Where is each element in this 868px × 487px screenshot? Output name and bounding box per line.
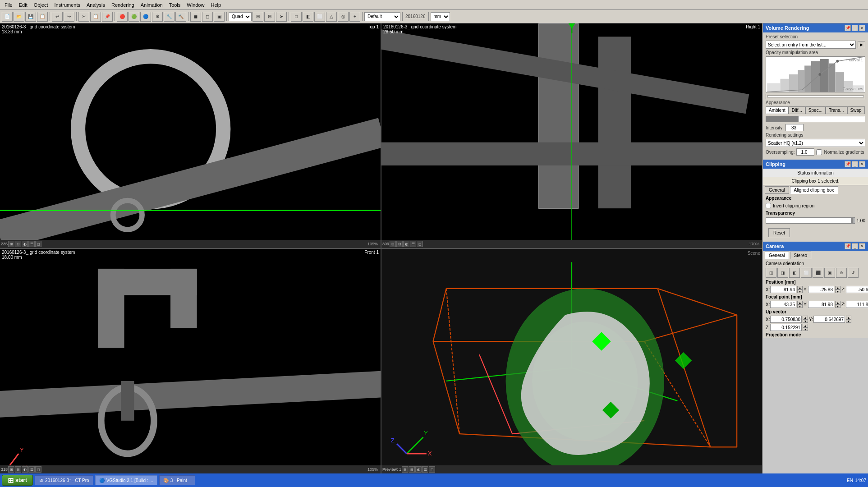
start-button[interactable]: ⊞ start <box>2 475 33 486</box>
preset-select[interactable]: Default <box>364 12 400 21</box>
vr-min-btn[interactable]: _ <box>852 25 858 31</box>
intensity-input[interactable] <box>785 124 804 131</box>
clipping-close-btn[interactable]: × <box>859 161 865 167</box>
vp-tl-btn1[interactable]: ⊞ <box>8 241 14 247</box>
up-z-up[interactable]: ▲ <box>803 324 808 327</box>
tool1-btn[interactable]: 🔴 <box>117 12 128 22</box>
menu-object[interactable]: Object <box>31 1 51 9</box>
focal-z-input[interactable] <box>846 301 868 308</box>
up-z-input[interactable] <box>770 324 802 331</box>
up-z-down[interactable]: ▼ <box>803 327 808 331</box>
camera-tab-stereo[interactable]: Stereo <box>790 252 811 259</box>
copy-btn[interactable]: 📋 <box>90 12 101 22</box>
focal-y-up[interactable]: ▲ <box>835 301 840 304</box>
vp-tr-btn5[interactable]: ◻ <box>417 241 423 247</box>
new-btn[interactable]: 📄 <box>2 12 13 22</box>
menu-rendering[interactable]: Rendering <box>109 1 137 9</box>
save-btn[interactable]: 💾 <box>25 12 36 22</box>
focal-x-down[interactable]: ▼ <box>797 304 803 308</box>
camera-close-btn[interactable]: × <box>859 243 865 249</box>
transparency-slider[interactable] <box>766 217 855 224</box>
cut-btn[interactable]: ✂ <box>78 12 89 22</box>
vp-bl-btn2[interactable]: ⊟ <box>15 466 21 473</box>
vp-tl-btn3[interactable]: ◐ <box>22 241 28 247</box>
menu-window[interactable]: Window <box>184 1 207 9</box>
menu-edit[interactable]: Edit <box>16 1 30 9</box>
vp-br-btn5[interactable]: ◻ <box>429 466 435 473</box>
cam-reset-btn[interactable]: ↺ <box>848 268 859 278</box>
vp-tl-btn2[interactable]: ⊟ <box>15 241 21 247</box>
menu-instruments[interactable]: Instruments <box>52 1 83 9</box>
viewport-bottom-right[interactable]: Scene <box>381 249 762 473</box>
menu-tools[interactable]: Tools <box>166 1 184 9</box>
view5-btn[interactable]: ◎ <box>338 12 349 22</box>
unit-select[interactable]: mm <box>431 12 450 21</box>
position-z-input[interactable] <box>846 286 868 293</box>
clipping-tab-aligned[interactable]: Aligned clipping box <box>790 186 838 194</box>
vr-close-btn[interactable]: × <box>859 25 865 31</box>
vp-bl-btn1[interactable]: ⊞ <box>8 466 14 473</box>
vp-br-btn4[interactable]: ☰ <box>422 466 428 473</box>
up-x-up[interactable]: ▲ <box>803 316 808 319</box>
focal-x-input[interactable] <box>770 301 796 308</box>
vp-tr-btn3[interactable]: ◐ <box>403 241 409 247</box>
clipping-pin-btn[interactable]: 📌 <box>845 161 851 167</box>
vp-tr-btn1[interactable]: ⊞ <box>390 241 396 247</box>
position-x-up[interactable]: ▲ <box>797 286 803 289</box>
up-y-up[interactable]: ▲ <box>846 316 851 319</box>
vp-br-btn2[interactable]: ⊟ <box>409 466 415 473</box>
up-x-input[interactable] <box>770 316 802 323</box>
vp-tr-btn2[interactable]: ⊟ <box>396 241 403 247</box>
tab-spec[interactable]: Spec... <box>805 106 826 114</box>
cam-back-btn[interactable]: ◨ <box>777 268 788 278</box>
viewport-top-left[interactable]: 20160126-3_ grid coordinate system 13.33… <box>0 23 381 248</box>
vp-tr-btn4[interactable]: ☰ <box>410 241 416 247</box>
undo-btn[interactable]: ↩ <box>52 12 63 22</box>
tab-diff[interactable]: Diff... <box>789 106 805 114</box>
layout-btn2[interactable]: ⊟ <box>264 12 275 22</box>
view2-btn[interactable]: ◧ <box>303 12 313 22</box>
tab-swap[interactable]: Swap <box>847 106 865 114</box>
vp-bl-btn5[interactable]: ◻ <box>35 466 41 473</box>
vp-bl-btn3[interactable]: ◐ <box>22 466 28 473</box>
viewport-top-right[interactable]: 20160126-3_ grid coordinate system 28.50… <box>381 23 762 248</box>
cam-front-btn[interactable]: ◫ <box>766 268 776 278</box>
up-y-down[interactable]: ▼ <box>846 319 851 323</box>
layout-btn3[interactable]: ➤ <box>276 12 287 22</box>
menu-file[interactable]: File <box>2 1 15 9</box>
tool6-btn[interactable]: 🔨 <box>175 12 186 22</box>
reset-btn[interactable]: Reset <box>768 228 790 237</box>
position-y-input[interactable] <box>808 286 834 293</box>
layout-select[interactable]: Quad <box>229 12 252 21</box>
camera-min-btn[interactable]: _ <box>852 243 858 249</box>
open-btn[interactable]: 📂 <box>14 12 24 22</box>
view4-btn[interactable]: △ <box>326 12 337 22</box>
viewport-bottom-left[interactable]: 20160126-3_ grid coordinate system 18.00… <box>0 249 381 473</box>
camera-pin-btn[interactable]: 📌 <box>845 243 851 249</box>
save-as-btn[interactable]: 📋 <box>37 12 48 22</box>
menu-animation[interactable]: Animation <box>138 1 165 9</box>
intensity-slider-track[interactable] <box>766 116 865 122</box>
cam-top-btn[interactable]: ⬛ <box>813 268 823 278</box>
clipping-min-btn[interactable]: _ <box>852 161 858 167</box>
vp-tl-btn4[interactable]: ☰ <box>28 241 35 247</box>
redo-btn[interactable]: ↪ <box>64 12 74 22</box>
up-y-input[interactable] <box>813 316 845 323</box>
camera-tab-general[interactable]: General <box>765 252 789 259</box>
cam-right-btn[interactable]: ⬜ <box>801 268 812 278</box>
focal-y-down[interactable]: ▼ <box>835 304 840 308</box>
render3-btn[interactable]: ▣ <box>214 12 225 22</box>
tab-trans[interactable]: Trans... <box>826 106 847 114</box>
vp-bl-btn4[interactable]: ☰ <box>28 466 35 473</box>
position-y-down[interactable]: ▼ <box>835 289 840 293</box>
rendering-mode-select[interactable]: Scatter HQ (v1.2) <box>766 139 865 147</box>
view1-btn[interactable]: □ <box>291 12 302 22</box>
tab-ambient[interactable]: Ambient <box>766 106 789 114</box>
preset-action-btn[interactable]: ▶ <box>858 41 865 48</box>
paste-btn[interactable]: 📌 <box>102 12 113 22</box>
taskbar-item-0[interactable]: 🖥 20160126-3* - CT Pro <box>35 475 93 485</box>
tool2-btn[interactable]: 🟢 <box>129 12 139 22</box>
taskbar-item-2[interactable]: 🎨 3 - Paint <box>159 475 195 485</box>
tool3-btn[interactable]: 🔵 <box>140 12 151 22</box>
normalize-checkbox[interactable] <box>816 149 822 155</box>
